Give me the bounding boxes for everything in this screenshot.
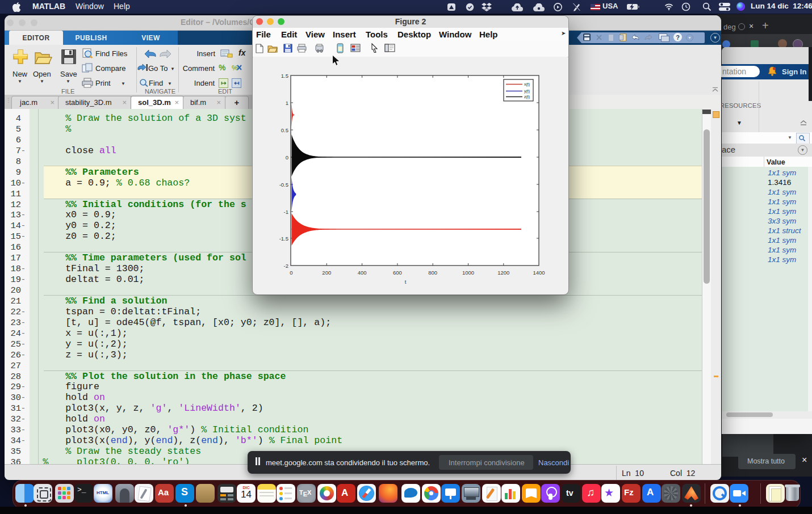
svg-text:-1.5: -1.5 <box>279 235 288 242</box>
svg-text:1200: 1200 <box>497 269 509 276</box>
svg-text:t: t <box>405 279 407 285</box>
svg-text:400: 400 <box>358 269 367 276</box>
svg-text:1000: 1000 <box>462 269 474 276</box>
svg-text:800: 800 <box>428 269 437 276</box>
svg-text:200: 200 <box>322 269 331 276</box>
svg-text:0: 0 <box>286 154 288 161</box>
svg-text:0.5: 0.5 <box>281 127 288 133</box>
svg-text:%: % <box>232 64 238 72</box>
svg-text:0: 0 <box>290 269 292 276</box>
svg-text:y(t): y(t) <box>524 89 530 94</box>
svg-text:-0.5: -0.5 <box>279 182 288 188</box>
svg-text:x(t): x(t) <box>524 82 530 87</box>
svg-text:z(t): z(t) <box>524 95 530 99</box>
svg-text:1400: 1400 <box>533 269 545 276</box>
svg-text:-1: -1 <box>284 209 288 215</box>
svg-text:-2: -2 <box>284 263 288 269</box>
svg-text:1: 1 <box>286 100 288 106</box>
svg-text:600: 600 <box>393 269 402 276</box>
svg-text:1.5: 1.5 <box>281 73 288 79</box>
